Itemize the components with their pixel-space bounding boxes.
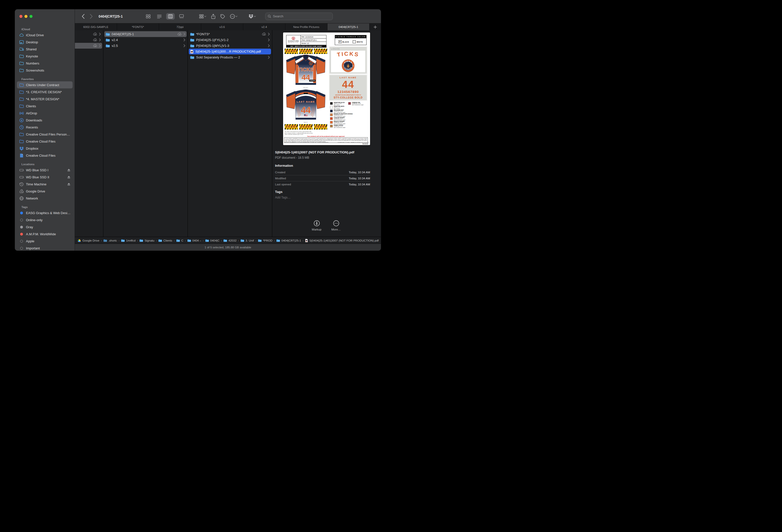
sidebar-tag-apple[interactable]: Apple bbox=[17, 237, 73, 244]
sidebar-item-wd-blue-ssd-2[interactable]: WD Blue SSD II bbox=[17, 174, 73, 181]
search-input[interactable] bbox=[273, 14, 330, 18]
tab-72ppi[interactable]: 72ppi bbox=[159, 24, 201, 31]
sidebar-tag-important[interactable]: Important bbox=[17, 244, 73, 251]
tag-icon bbox=[220, 14, 225, 18]
sidebar-item-icloud-drive[interactable]: iCloud Drive bbox=[17, 32, 73, 39]
tab-fonts[interactable]: *FONTS* bbox=[117, 24, 159, 31]
sidebar-item-recents[interactable]: Recents bbox=[17, 124, 73, 131]
path-item[interactable]: 3. Unif bbox=[241, 239, 254, 242]
tab-6002-sig-sample[interactable]: 6002-SIG-SAMPLE bbox=[75, 24, 117, 31]
gallery-view-icon bbox=[179, 14, 184, 18]
sidebar-item-clients-under-contract[interactable]: Clients Under Contract bbox=[17, 81, 73, 88]
gallery-view-button[interactable] bbox=[177, 13, 186, 20]
icon-view-button[interactable] bbox=[144, 13, 152, 20]
markup-button[interactable]: Markup bbox=[308, 220, 325, 231]
svg-text:2002: 2002 bbox=[352, 66, 354, 67]
sidebar-tag-ampm[interactable]: A.M.P.M. WorldWide bbox=[17, 230, 73, 237]
sidebar-item-clients[interactable]: Clients bbox=[17, 103, 73, 110]
folder-icon bbox=[121, 239, 125, 242]
path-item[interactable]: .shortc bbox=[103, 239, 117, 242]
eject-icon[interactable] bbox=[67, 175, 71, 179]
sidebar-item-shared[interactable]: Shared bbox=[17, 46, 73, 53]
status-bar: 1 of 5 selected, 185.88 GB available bbox=[75, 243, 381, 251]
folder-icon bbox=[20, 54, 24, 59]
path-item[interactable]: C bbox=[176, 239, 183, 242]
sidebar-tag-gray[interactable]: Gray bbox=[17, 223, 73, 230]
tab-0404-crt-25-1-active[interactable]: 0404|CRT|25-1 bbox=[327, 24, 369, 31]
tab-v36[interactable]: v3.6 bbox=[201, 24, 243, 31]
sidebar-item-desktop[interactable]: Desktop bbox=[17, 39, 73, 46]
path-item[interactable]: 0404|CRT|25-1 bbox=[276, 239, 301, 242]
folder-row-v24[interactable]: v2.4 bbox=[104, 37, 186, 43]
path-item[interactable]: 42032 bbox=[223, 239, 237, 242]
back-button[interactable] bbox=[81, 14, 85, 19]
sidebar-tag-easg[interactable]: EASG Graphics & Web Design bbox=[17, 209, 73, 216]
path-item[interactable]: 0404|C bbox=[205, 239, 220, 242]
sidebar-item-network[interactable]: Network bbox=[17, 195, 73, 202]
file-row-fonts[interactable]: *FONTS* bbox=[189, 31, 271, 37]
path-item-google-drive[interactable]: Google Drive bbox=[77, 239, 99, 242]
sidebar-item-ccf-personal[interactable]: Creative Cloud Files Person… bbox=[17, 131, 73, 138]
path-item[interactable]: *PROD bbox=[258, 239, 273, 242]
search-field[interactable] bbox=[265, 12, 333, 20]
path-item[interactable]: 0404 – bbox=[187, 239, 201, 242]
eject-icon[interactable] bbox=[67, 182, 71, 186]
sidebar-item-airdrop[interactable]: AirDrop bbox=[17, 110, 73, 117]
folder-row-v25[interactable]: v2.5 bbox=[104, 43, 186, 49]
pdf-preview-thumbnail[interactable]: Ⓢ SIGNATURE ATHLETICS Date:10/23/2024 Cl… bbox=[283, 33, 370, 145]
test-print-strip: TEST PRINTNOT FOR PRODUCTION bbox=[314, 124, 327, 129]
ellipsis-circle-icon bbox=[333, 220, 339, 226]
sidebar-item-ccf-doc[interactable]: Creative Cloud Files bbox=[17, 152, 73, 159]
new-tab-button[interactable] bbox=[369, 24, 381, 31]
path-item[interactable]: 1m4fcd bbox=[121, 239, 136, 242]
dropbox-menu-button[interactable] bbox=[247, 13, 258, 20]
swatch-signature-black: SIGNATURE BLACKCMYK 0, 0, 0, 100HEX #231… bbox=[330, 102, 345, 106]
path-item-current-file[interactable]: S|0404|25-1|401|3007 (NOT FOR PRODUCTION… bbox=[305, 239, 379, 242]
column-files: *FONTS* P|0404|25-1|FYL|V1-2 P|0404|25-1… bbox=[188, 30, 272, 237]
sidebar-item-numbers[interactable]: Numbers bbox=[17, 60, 73, 67]
column-browser: 0404|CRT|25-1 v2.4 v2.5 bbox=[75, 30, 381, 237]
minimize-button[interactable] bbox=[25, 15, 28, 18]
parent-row[interactable] bbox=[76, 37, 102, 43]
more-button[interactable]: More… bbox=[327, 220, 345, 231]
forward-button[interactable] bbox=[90, 14, 93, 19]
path-item[interactable]: Clients bbox=[158, 239, 172, 242]
file-row-sold-separately[interactable]: Sold Separately Products — 2 bbox=[189, 54, 271, 60]
sidebar-item-time-machine[interactable]: Time Machine bbox=[17, 181, 73, 188]
more-actions-button[interactable] bbox=[228, 13, 239, 20]
parent-row[interactable] bbox=[76, 31, 102, 37]
path-item[interactable]: Signatu bbox=[139, 239, 154, 242]
sidebar-item-dropbox[interactable]: Dropbox bbox=[17, 145, 73, 152]
tab-v24[interactable]: v2.4 bbox=[243, 24, 285, 31]
front-caption: FRONT bbox=[285, 87, 327, 88]
folder-row-0404crt251[interactable]: 0404|CRT|25-1 bbox=[104, 31, 186, 37]
sidebar-item-google-drive[interactable]: Google Drive bbox=[17, 188, 73, 195]
file-row-pdf-selected[interactable]: S|0404|25-1|401|300…R PRODUCTION).pdf bbox=[189, 49, 271, 54]
cloud-download-icon bbox=[93, 33, 97, 36]
shared-folder-icon bbox=[20, 47, 24, 51]
add-tags-field[interactable]: Add Tags… bbox=[275, 196, 291, 199]
share-button[interactable] bbox=[210, 13, 217, 20]
sidebar-item-downloads[interactable]: Downloads bbox=[17, 117, 73, 124]
sidebar-item-master-design[interactable]: *4. MASTER DESIGN* bbox=[17, 96, 73, 103]
eject-icon[interactable] bbox=[67, 168, 71, 172]
close-button[interactable] bbox=[20, 15, 23, 18]
list-view-button[interactable] bbox=[155, 13, 164, 20]
sidebar-tag-online-only[interactable]: Online-only bbox=[17, 216, 73, 223]
tab-new-profile-pictures[interactable]: New Profile Pictures bbox=[285, 24, 327, 31]
zoom-button[interactable] bbox=[30, 15, 33, 18]
parent-row-selected[interactable] bbox=[75, 43, 102, 49]
sidebar-item-keynote[interactable]: Keynote bbox=[17, 53, 73, 60]
sidebar-item-screenshots[interactable]: Screenshots bbox=[17, 67, 73, 74]
sidebar-item-wd-blue-ssd-1[interactable]: WD Blue SSD I bbox=[17, 166, 73, 174]
sidebar-item-creative-design[interactable]: *3. CREATIVE DESIGN* bbox=[17, 88, 73, 96]
svg-text:TICKS: TICKS bbox=[298, 67, 314, 72]
file-row-p-myl[interactable]: P|0404|25-1|MYL|V1-3 bbox=[189, 43, 271, 49]
clock-icon bbox=[20, 125, 24, 129]
file-row-p-fyl[interactable]: P|0404|25-1|FYL|V1-2 bbox=[189, 37, 271, 43]
sidebar-item-ccf[interactable]: Creative Cloud Files bbox=[17, 138, 73, 145]
info-row-created: CreatedToday, 10:34 AM bbox=[275, 169, 370, 175]
tags-button[interactable] bbox=[219, 13, 227, 20]
group-button[interactable] bbox=[198, 13, 208, 20]
column-view-button[interactable] bbox=[166, 13, 175, 20]
